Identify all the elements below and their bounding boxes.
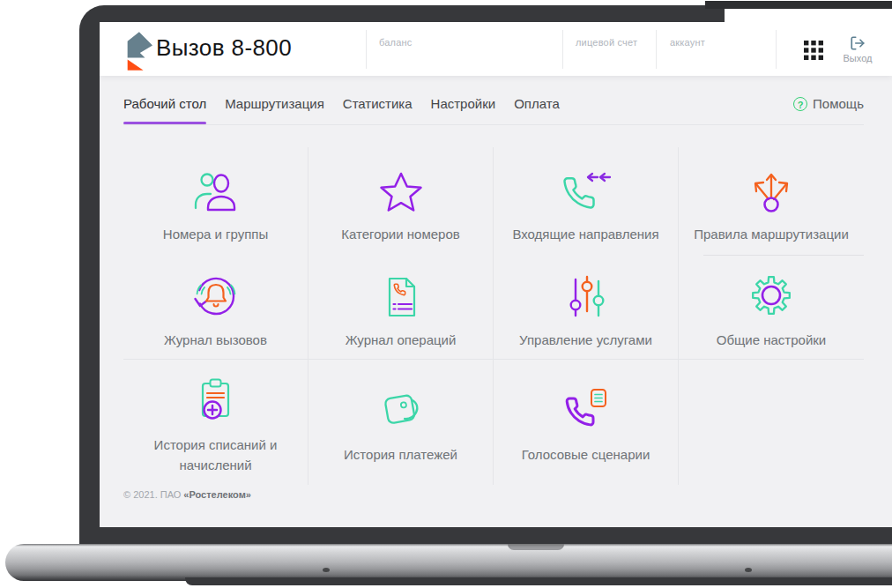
main-nav: Рабочий стол Маршрутизация Статистика На… (123, 88, 864, 125)
tile-label: Входящие направления (512, 225, 658, 245)
tile-label: Журнал вызовов (164, 331, 267, 351)
tile-label: Голосовые сценарии (522, 445, 650, 465)
question-circle-icon: ? (793, 97, 807, 111)
app-header: Вызов 8-800 баланс лицевой счет аккаунт (100, 22, 892, 76)
header-divider (656, 30, 657, 69)
header-divider (562, 30, 563, 69)
tile-service-management[interactable]: Управление услугами (494, 256, 679, 359)
tile-voice-scenarios[interactable]: Голосовые сценарии (494, 359, 679, 485)
logout-label: Выход (834, 53, 881, 63)
tab-routing[interactable]: Маршрутизация (225, 96, 324, 124)
laptop-foot (745, 568, 752, 572)
tile-label: Управление услугами (519, 331, 652, 351)
tile-label: История платежей (344, 445, 457, 465)
app-title: Вызов 8-800 (156, 34, 292, 62)
apps-grid-icon[interactable] (804, 41, 823, 60)
tab-statistics[interactable]: Статистика (343, 96, 413, 124)
star-icon (378, 164, 424, 213)
tile-label: История списаний и начислений (136, 435, 295, 475)
rostelecom-logo-icon (123, 30, 152, 72)
tab-desktop[interactable]: Рабочий стол (123, 96, 206, 124)
balance-label: баланс (379, 37, 412, 48)
logout-button[interactable]: Выход (834, 35, 881, 63)
tile-general-settings[interactable]: Общие настройки (679, 256, 864, 359)
laptop-screen: Вызов 8-800 баланс лицевой счет аккаунт (100, 22, 892, 527)
incoming-call-icon (560, 164, 613, 213)
help-link[interactable]: ? Помощь (793, 96, 864, 111)
copyright-text: © 2021. ПАО (123, 489, 183, 500)
routing-icon (748, 164, 794, 213)
company-name: «Ростелеком» (183, 489, 251, 500)
call-log-bell-icon (191, 270, 241, 319)
tile-call-log[interactable]: Журнал вызовов (123, 256, 308, 359)
tile-incoming-directions[interactable]: Входящие направления (494, 147, 679, 256)
laptop-lid-edge (705, 1, 892, 9)
tab-payment[interactable]: Оплата (514, 96, 560, 124)
tile-charges-history[interactable]: История списаний и начислений (123, 359, 308, 485)
laptop-base-edge (185, 577, 892, 585)
tile-label: Правила маршрутизации (694, 225, 849, 245)
laptop-foot (323, 568, 330, 572)
tile-payments-history[interactable]: История платежей (308, 359, 494, 485)
tile-label: Журнал операций (346, 331, 457, 351)
app-footer: © 2021. ПАО «Ростелеком» (123, 489, 251, 500)
users-icon (191, 164, 241, 213)
nav-divider (123, 124, 864, 125)
account-label: аккаунт (670, 37, 705, 48)
tile-operations-log[interactable]: Журнал операций (308, 256, 494, 359)
wallet-icon (376, 384, 426, 434)
logout-icon (834, 35, 881, 51)
laptop-base (5, 544, 892, 581)
empty-grid-cell (679, 359, 864, 485)
tile-routing-rules[interactable]: Правила маршрутизации (679, 147, 864, 256)
operations-document-icon (378, 270, 424, 319)
sliders-icon (563, 270, 609, 319)
nav-tabs: Рабочий стол Маршрутизация Статистика На… (123, 88, 864, 124)
gear-icon (747, 270, 795, 319)
tile-label: Категории номеров (341, 225, 459, 245)
header-divider (776, 30, 777, 69)
tile-label: Общие настройки (717, 331, 827, 351)
header-divider (366, 30, 367, 69)
laptop-base-notch (508, 544, 564, 550)
dashboard-grid: Номера и группы Категории номеров (123, 147, 864, 485)
tab-settings[interactable]: Настройки (431, 96, 496, 124)
tile-numbers-and-groups[interactable]: Номера и группы (123, 147, 308, 256)
tile-label: Номера и группы (163, 225, 268, 245)
personal-account-label: лицевой счет (576, 37, 637, 48)
clipboard-plus-icon (193, 375, 239, 424)
help-label: Помощь (813, 96, 864, 111)
tile-number-categories[interactable]: Категории номеров (308, 147, 494, 256)
laptop-mockup: Вызов 8-800 баланс лицевой счет аккаунт (0, 0, 892, 588)
voice-script-icon (561, 384, 611, 434)
